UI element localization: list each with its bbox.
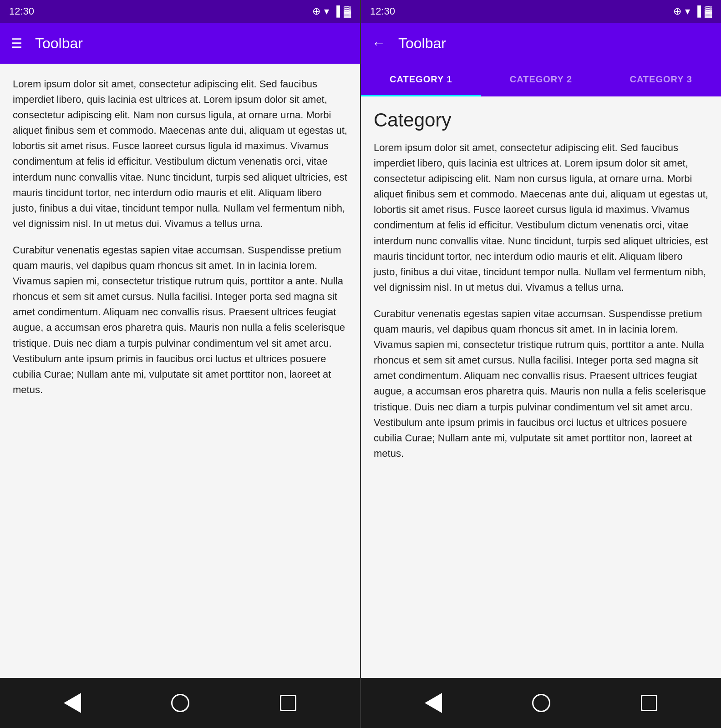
right-nav-bar: [361, 678, 721, 728]
left-phone: 12:30 ⊕ ▾ ▐ ▓ ☰ Toolbar Lorem ipsum dolo…: [0, 0, 360, 728]
hamburger-icon[interactable]: ☰: [11, 36, 22, 51]
tab-category-1[interactable]: CATEGORY 1: [361, 64, 481, 96]
back-arrow-icon[interactable]: ←: [372, 35, 386, 51]
tab-category-3[interactable]: CATEGORY 3: [601, 64, 721, 96]
battery-icon: ▓: [344, 5, 351, 17]
right-location-icon: ⊕: [673, 5, 681, 17]
right-paragraph-1: Lorem ipsum dolor sit amet, consectetur …: [374, 140, 708, 295]
right-status-icons: ⊕ ▾ ▐ ▓: [673, 5, 712, 17]
tab-category-2[interactable]: CATEGORY 2: [481, 64, 601, 96]
right-phone: 12:30 ⊕ ▾ ▐ ▓ ← Toolbar CATEGORY 1 CATEG…: [361, 0, 721, 728]
left-back-button[interactable]: [61, 692, 84, 714]
left-content: Lorem ipsum dolor sit amet, consectetur …: [0, 64, 360, 678]
right-toolbar: ← Toolbar: [361, 23, 721, 64]
right-status-bar: 12:30 ⊕ ▾ ▐ ▓: [361, 0, 721, 23]
right-recents-button[interactable]: [638, 692, 660, 714]
left-recents-button[interactable]: [277, 692, 300, 714]
right-tab-bar: CATEGORY 1 CATEGORY 2 CATEGORY 3: [361, 64, 721, 96]
left-toolbar-title: Toolbar: [35, 35, 83, 52]
right-battery-icon: ▓: [705, 5, 712, 17]
right-paragraph-2: Curabitur venenatis egestas sapien vitae…: [374, 306, 708, 461]
left-nav-bar: [0, 678, 360, 728]
right-back-icon: [425, 693, 442, 713]
right-wifi-icon: ▾: [685, 5, 690, 17]
location-icon: ⊕: [312, 5, 320, 17]
left-home-icon: [171, 694, 189, 712]
left-recents-icon: [280, 695, 296, 711]
left-paragraph-1: Lorem ipsum dolor sit amet, consectetur …: [13, 76, 347, 232]
right-recents-icon: [641, 695, 657, 711]
right-time: 12:30: [370, 5, 395, 17]
right-home-button[interactable]: [530, 692, 553, 714]
left-home-button[interactable]: [169, 692, 192, 714]
left-status-bar: 12:30 ⊕ ▾ ▐ ▓: [0, 0, 360, 23]
right-home-icon: [532, 694, 550, 712]
left-toolbar: ☰ Toolbar: [0, 23, 360, 64]
right-content-title: Category: [374, 109, 708, 131]
left-status-icons: ⊕ ▾ ▐ ▓: [312, 5, 351, 17]
signal-icon: ▐: [333, 5, 340, 17]
right-toolbar-title: Toolbar: [398, 35, 446, 52]
right-content: Category Lorem ipsum dolor sit amet, con…: [361, 96, 721, 678]
right-back-button[interactable]: [422, 692, 445, 714]
wifi-icon: ▾: [324, 5, 329, 17]
left-back-icon: [64, 693, 81, 713]
left-paragraph-2: Curabitur venenatis egestas sapien vitae…: [13, 243, 347, 398]
left-time: 12:30: [9, 5, 34, 17]
right-signal-icon: ▐: [694, 5, 701, 17]
